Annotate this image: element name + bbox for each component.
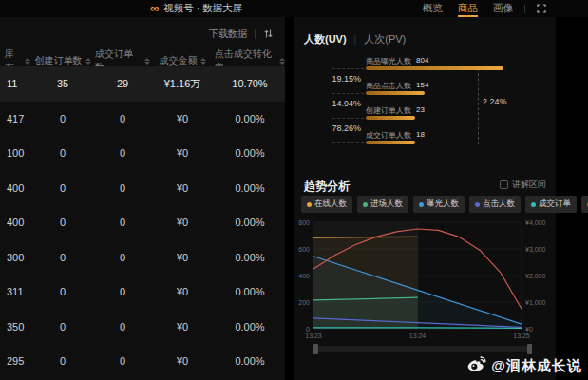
y-left-tick: 200 — [298, 299, 310, 306]
tab-pv[interactable]: 人次(PV) — [364, 32, 406, 47]
table-cell: 0.00% — [215, 286, 285, 297]
y-right-tick: ¥3,000 — [525, 246, 546, 253]
table-cell: 300 — [0, 252, 30, 263]
table-cell: 0 — [95, 321, 150, 332]
table-cell: 0.00% — [215, 147, 285, 159]
table-row[interactable]: 30000¥00.00% — [0, 240, 285, 276]
live-data-dashboard: ∞ 视频号 · 数据大屏 概览商品画像 下载数据 库存创建订单数成交订单数成交金… — [0, 0, 588, 380]
table-cell: 0.00% — [215, 217, 285, 228]
y-right-tick: ¥4,000 — [525, 219, 546, 226]
x-tick: 13:24 — [409, 332, 427, 339]
legend-chip-成交金额[interactable]: 成交金额 — [581, 196, 588, 213]
table-cell: ¥0 — [150, 355, 215, 367]
sort-carets-icon[interactable] — [200, 58, 206, 65]
table-cell: 0 — [30, 286, 95, 297]
divider — [524, 5, 525, 13]
table-cell: ¥0 — [150, 217, 215, 228]
table-toolbar: 下载数据 — [209, 26, 274, 43]
legend-chip-点击人数[interactable]: 点击人数 — [469, 196, 521, 213]
y-left-tick: 400 — [298, 273, 310, 279]
product-table-panel: 下载数据 库存创建订单数成交订单数成交金额点击成交转化率 113529¥1.16… — [0, 17, 285, 380]
watermark: @洄林成长说 — [466, 355, 582, 376]
table-cell: 0.00% — [215, 182, 285, 194]
download-data-button[interactable]: 下载数据 — [209, 28, 247, 41]
checkbox-label: 讲解区间 — [512, 179, 546, 191]
divider: | — [354, 34, 357, 45]
table-row[interactable]: 113529¥1.16万10.70% — [0, 66, 285, 102]
funnel-bar — [366, 141, 415, 144]
chart-range-slider[interactable] — [313, 346, 532, 352]
brand: ∞ 视频号 · 数据大屏 — [150, 0, 242, 17]
slider-handle-right[interactable] — [527, 344, 532, 354]
table-cell: ¥1.16万 — [150, 77, 215, 91]
sort-icon[interactable] — [263, 26, 274, 43]
table-cell: 311 — [0, 286, 30, 297]
funnel-stage: 成交订单人数18 — [304, 129, 549, 154]
table-cell: 400 — [0, 182, 30, 194]
table-cell: ¥0 — [150, 252, 215, 263]
table-row[interactable]: 10000¥00.00% — [0, 136, 285, 171]
slider-handle-left[interactable] — [313, 344, 318, 354]
table-cell: 0.00% — [215, 321, 285, 332]
table-row[interactable]: 40000¥00.00% — [0, 171, 285, 206]
legend-dot-icon — [531, 202, 536, 207]
table-row[interactable]: 41700¥00.00% — [0, 102, 285, 137]
table-row[interactable]: 31100¥00.00% — [0, 275, 285, 310]
table-cell: ¥0 — [150, 182, 215, 194]
topbar: ∞ 视频号 · 数据大屏 概览商品画像 — [0, 0, 588, 17]
table-cell: 0 — [30, 182, 95, 194]
app-title: 视频号 · 数据大屏 — [163, 2, 242, 15]
checkbox-icon[interactable] — [500, 180, 508, 189]
weibo-icon — [466, 355, 487, 376]
table-cell: 29 — [95, 78, 150, 89]
column-label: 成交金额 — [160, 54, 198, 67]
y-right-tick: ¥1,000 — [525, 299, 546, 306]
table-cell: ¥0 — [150, 286, 215, 297]
tab-uv[interactable]: 人数(UV) — [304, 32, 347, 47]
legend-chip-曝光人数[interactable]: 曝光人数 — [413, 196, 465, 213]
table-cell: 350 — [0, 321, 30, 332]
table-cell: ¥0 — [150, 147, 215, 159]
funnel-leader-line — [332, 118, 364, 119]
table-cell: 11 — [0, 78, 30, 89]
top-navigation: 概览商品画像 — [423, 0, 546, 17]
sort-carets-icon[interactable] — [279, 58, 285, 65]
table-row[interactable]: 35000¥00.00% — [0, 310, 285, 345]
analytics-panel: 人数(UV) | 人次(PV) 2.24% 商品曝光人数80419.15%商品点… — [294, 17, 556, 380]
table-cell: 0 — [30, 217, 95, 228]
table-row[interactable]: 40000¥00.00% — [0, 205, 285, 240]
funnel-bar — [366, 91, 425, 95]
funnel-stage-label: 商品曝光人数804 — [366, 55, 549, 66]
funnel-leader-line — [332, 93, 364, 94]
table-cell: 0 — [95, 355, 150, 367]
legend-label: 成交订单 — [539, 199, 571, 210]
table-cell: 0 — [30, 355, 95, 367]
top-tab-商品[interactable]: 商品 — [458, 0, 478, 17]
top-tab-画像[interactable]: 画像 — [493, 0, 513, 17]
top-tab-概览[interactable]: 概览 — [423, 0, 443, 17]
funnel-stage-label: 创建订单人数23 — [366, 104, 549, 115]
conversion-funnel: 2.24% 商品曝光人数80419.15%商品点击人数15414.94%创建订单… — [304, 55, 549, 158]
legend-label: 在线人数 — [314, 199, 347, 210]
table-body: 113529¥1.16万10.70%41700¥00.00%10000¥00.0… — [0, 66, 285, 379]
legend-chip-成交订单[interactable]: 成交订单 — [525, 196, 577, 213]
uv-pv-switch: 人数(UV) | 人次(PV) — [304, 32, 406, 47]
legend-dot-icon — [363, 202, 368, 207]
legend-chip-进场人数[interactable]: 进场人数 — [357, 196, 408, 213]
legend-label: 点击人数 — [483, 199, 515, 210]
legend-label: 进场人数 — [370, 199, 403, 210]
table-cell: 0 — [30, 113, 95, 124]
legend-chip-在线人数[interactable]: 在线人数 — [301, 196, 352, 213]
table-cell: 0 — [95, 147, 150, 159]
table-row[interactable]: 29500¥00.00% — [0, 344, 285, 379]
table-cell: ¥0 — [150, 113, 215, 124]
table-cell: 0 — [30, 147, 95, 159]
fullscreen-icon[interactable] — [537, 4, 546, 13]
table-cell: 295 — [0, 355, 30, 367]
sort-carets-icon[interactable] — [85, 58, 91, 65]
table-cell: 0.00% — [215, 355, 285, 367]
table-cell: 0 — [95, 113, 150, 124]
trend-section-header: 趋势分析 讲解区间 — [304, 177, 546, 190]
explain-region-checkbox[interactable]: 讲解区间 — [500, 179, 546, 191]
chart-legend: 在线人数进场人数曝光人数点击人数成交订单成交金额 — [301, 196, 554, 213]
